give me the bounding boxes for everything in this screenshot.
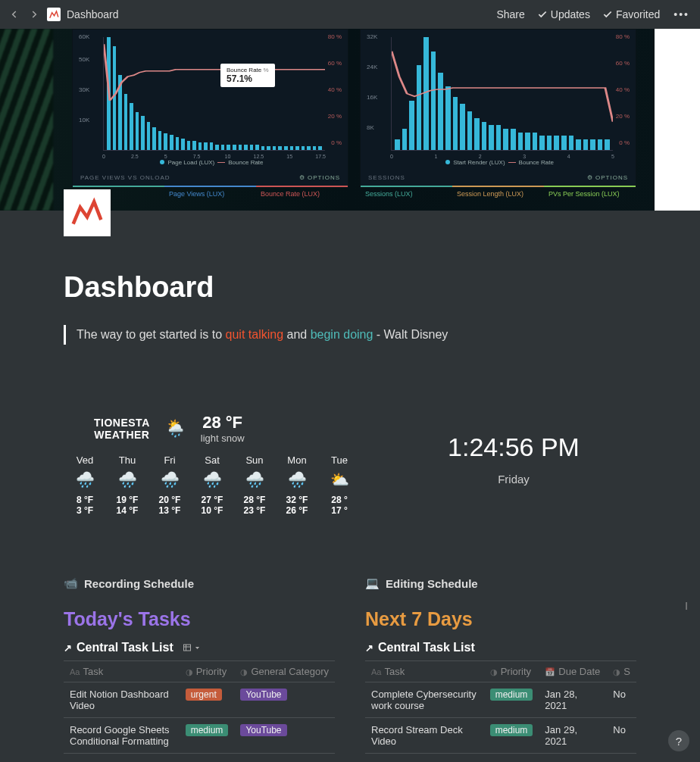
cover-decorative-leaf: [0, 29, 53, 211]
page-title[interactable]: Dashboard: [64, 271, 636, 304]
table-view-icon: [183, 643, 192, 652]
help-button[interactable]: ?: [668, 730, 689, 751]
favorited-button[interactable]: Favorited: [599, 8, 663, 20]
chevron-down-icon: [194, 645, 201, 651]
forecast-day: Tue⛅28 °17 °: [318, 454, 361, 516]
clock-day: Friday: [391, 473, 636, 486]
table-row[interactable]: Record Stream Deck VideomediumJan 29, 20…: [365, 718, 636, 754]
chart-tooltip: Bounce Rate % 57.1%: [220, 64, 275, 87]
laptop-icon: 💻: [365, 576, 380, 590]
recording-schedule-column: 📹 Recording Schedule Today's Tasks ↗ Cen…: [64, 576, 335, 754]
topbar: Dashboard Share Updates Favorited •••: [0, 0, 700, 29]
todays-tasks-heading: Today's Tasks: [64, 608, 335, 630]
editing-schedule-column: 💻 Editing Schedule Next 7 Days ↗ Central…: [365, 576, 636, 754]
col-priority[interactable]: ◑Priority: [180, 661, 235, 682]
view-picker[interactable]: [183, 643, 201, 652]
forecast-day: Mon🌧️32 °F26 °F: [276, 454, 318, 516]
cover-chart-right: 32K24K16K8K 80 %60 %40 %20 %0 % 012345 S…: [360, 29, 636, 188]
quote-block[interactable]: The way to get started is to quit talkin…: [64, 325, 636, 345]
col-priority[interactable]: ◑Priority: [484, 661, 539, 682]
breadcrumb-title[interactable]: Dashboard: [67, 8, 119, 20]
forecast-day: Thu🌧️19 °F14 °F: [106, 454, 148, 516]
table-row[interactable]: Record Google Sheets Conditional Formatt…: [64, 718, 335, 754]
share-button[interactable]: Share: [493, 8, 527, 20]
editing-table: AaTask ◑Priority 📅Due Date ◑S Complete C…: [365, 661, 636, 754]
cover-chart-left: 60K50K30K10K 80 %60 %40 %20 %0 % 02.557.…: [72, 29, 348, 188]
text-cursor-icon: Ⅰ: [685, 600, 688, 612]
forecast-day: Ved🌧️8 °F3 °F: [64, 454, 106, 516]
table-row[interactable]: Edit Notion Dashboard VideourgentYouTube: [64, 682, 335, 718]
breadcrumb-page-icon[interactable]: [47, 8, 61, 21]
camera-icon: 📹: [64, 576, 78, 590]
weather-forecast: Ved🌧️8 °F3 °FThu🌧️19 °F14 °FFri🌧️20 °F13…: [64, 454, 361, 516]
nav-forward-button[interactable]: [27, 8, 41, 21]
recording-schedule-link[interactable]: 📹 Recording Schedule: [64, 576, 335, 590]
editing-schedule-link[interactable]: 💻 Editing Schedule: [365, 576, 636, 590]
weather-widget: TIONESTA WEATHER 🌦️ 28 °F light snow Ved…: [64, 413, 361, 516]
recording-table: AaTask ◑Priority ◑General Category Edit …: [64, 661, 335, 754]
page-icon[interactable]: [64, 189, 111, 236]
table-row[interactable]: Complete Cybersecurity work coursemedium…: [365, 682, 636, 718]
check-icon: [602, 9, 613, 20]
link-arrow-icon: ↗: [365, 642, 373, 654]
cover-decorative-edge: [655, 29, 700, 211]
nav-back-button[interactable]: [8, 8, 21, 21]
linked-db-editing[interactable]: ↗ Central Task List: [365, 641, 636, 654]
col-task[interactable]: AaTask: [64, 661, 180, 682]
updates-button[interactable]: Updates: [534, 8, 593, 20]
link-arrow-icon: ↗: [64, 642, 72, 654]
col-task[interactable]: AaTask: [365, 661, 484, 682]
linked-db-recording[interactable]: ↗ Central Task List: [64, 641, 335, 654]
col-due[interactable]: 📅Due Date: [539, 661, 607, 682]
clock-widget: 1:24:56 PM Friday: [391, 413, 636, 486]
forecast-day: Sun🌧️28 °F23 °F: [233, 454, 276, 516]
weather-current-icon: 🌦️: [165, 419, 186, 439]
cover-image[interactable]: 60K50K30K10K 80 %60 %40 %20 %0 % 02.557.…: [0, 29, 700, 211]
next-7-days-heading: Next 7 Days: [365, 608, 636, 630]
weather-current: 28 °F light snow: [201, 413, 245, 444]
svg-rect-0: [183, 645, 190, 651]
check-icon: [537, 9, 548, 20]
col-s[interactable]: ◑S: [607, 661, 636, 682]
forecast-day: Sat🌧️27 °F10 °F: [191, 454, 233, 516]
col-category[interactable]: ◑General Category: [234, 661, 335, 682]
more-menu-button[interactable]: •••: [669, 8, 692, 20]
weather-location: TIONESTA WEATHER: [94, 417, 150, 441]
forecast-day: Fri🌧️20 °F13 °F: [148, 454, 191, 516]
clock-time: 1:24:56 PM: [391, 433, 636, 462]
